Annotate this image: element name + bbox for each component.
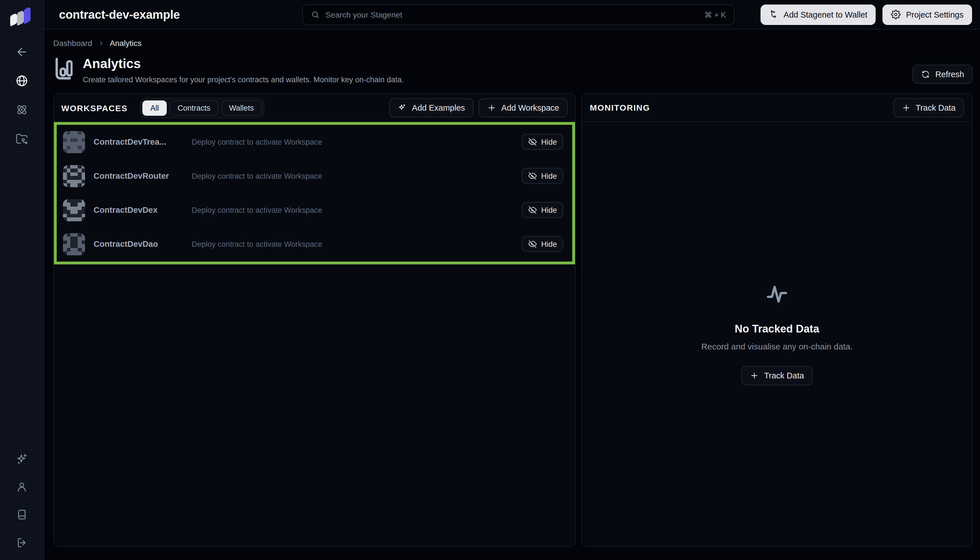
activity-pulse-icon bbox=[764, 283, 790, 308]
eye-off-icon bbox=[528, 205, 537, 215]
monitoring-empty-state: No Tracked Data Record and visualise any… bbox=[582, 122, 972, 547]
workspace-list-highlight: ContractDevTrea... Deploy contract to ac… bbox=[54, 122, 575, 264]
page-header: Analytics Create tailored Workspaces for… bbox=[53, 56, 973, 84]
monitoring-section-title: MONITORING bbox=[590, 103, 650, 112]
topbar-actions: Add Stagenet to Wallet Project Settings bbox=[760, 4, 972, 25]
workspaces-panel: WORKSPACES All Contracts Wallets Add Exa… bbox=[53, 93, 576, 547]
hide-button[interactable]: Hide bbox=[522, 202, 563, 218]
workspaces-panel-header: WORKSPACES All Contracts Wallets Add Exa… bbox=[54, 93, 575, 122]
sidebar-bottom-nav bbox=[12, 449, 32, 552]
breadcrumb: Dashboard Analytics bbox=[53, 38, 973, 48]
panels-row: WORKSPACES All Contracts Wallets Add Exa… bbox=[53, 93, 973, 547]
workspace-name: ContractDevDex bbox=[93, 205, 183, 215]
track-data-button[interactable]: Track Data bbox=[893, 98, 964, 117]
atom-icon[interactable] bbox=[12, 100, 32, 119]
add-workspace-button[interactable]: Add Workspace bbox=[479, 98, 568, 117]
workspace-description: Deploy contract to activate Workspace bbox=[192, 138, 322, 146]
empty-state-description: Record and visualise any on-chain data. bbox=[701, 342, 853, 351]
filter-all[interactable]: All bbox=[142, 100, 167, 115]
plus-icon bbox=[750, 371, 759, 380]
hide-button[interactable]: Hide bbox=[522, 168, 563, 184]
monitoring-panel: MONITORING Track Data No Tracked Dat bbox=[581, 93, 973, 547]
track-data-cta-button[interactable]: Track Data bbox=[742, 366, 813, 385]
page-title: Analytics bbox=[83, 56, 404, 71]
eye-off-icon bbox=[528, 137, 537, 147]
workspace-description: Deploy contract to activate Workspace bbox=[192, 172, 322, 180]
analytics-bar-chart-icon bbox=[53, 56, 73, 84]
git-branch-icon bbox=[769, 10, 779, 19]
project-title: contract-dev-example bbox=[59, 8, 180, 21]
empty-state-title: No Tracked Data bbox=[735, 323, 819, 335]
page-content: Dashboard Analytics Ana bbox=[44, 30, 980, 560]
workspaces-section-title: WORKSPACES bbox=[61, 103, 128, 113]
workspace-name: ContractDevDao bbox=[93, 240, 183, 248]
workspace-identicon bbox=[63, 199, 85, 221]
workspace-row-contractdevdao[interactable]: ContractDevDao Deploy contract to activa… bbox=[57, 227, 572, 261]
workspace-name: ContractDevRouter bbox=[93, 172, 183, 180]
workspace-description: Deploy contract to activate Workspace bbox=[192, 206, 322, 214]
chevron-right-icon bbox=[97, 40, 105, 47]
plus-icon bbox=[487, 103, 496, 112]
monitoring-panel-header: MONITORING Track Data bbox=[582, 93, 972, 122]
workspace-identicon bbox=[63, 233, 85, 255]
gear-icon bbox=[891, 10, 901, 19]
workspace-filter-segmented-control: All Contracts Wallets bbox=[140, 98, 264, 118]
sparkles-icon bbox=[398, 103, 407, 112]
workspace-description: Deploy contract to activate Workspace bbox=[192, 240, 322, 248]
folder-git-icon[interactable] bbox=[12, 129, 32, 148]
workspace-name: ContractDevTrea... bbox=[93, 137, 183, 147]
project-settings-button[interactable]: Project Settings bbox=[883, 4, 972, 25]
filter-wallets[interactable]: Wallets bbox=[221, 100, 262, 115]
search-bar[interactable]: ⌘ + K bbox=[302, 5, 734, 25]
workspace-identicon bbox=[63, 165, 85, 187]
eye-off-icon bbox=[528, 172, 537, 180]
add-examples-button[interactable]: Add Examples bbox=[389, 98, 474, 117]
sidebar-nav bbox=[12, 42, 32, 148]
eye-off-icon bbox=[528, 240, 537, 248]
book-icon[interactable] bbox=[12, 505, 32, 524]
back-arrow-icon[interactable] bbox=[12, 42, 32, 61]
sidebar bbox=[0, 0, 44, 560]
sparkles-icon[interactable] bbox=[12, 449, 32, 468]
hide-button[interactable]: Hide bbox=[522, 236, 563, 252]
hide-button[interactable]: Hide bbox=[522, 134, 563, 150]
main-column: contract-dev-example ⌘ + K Add Stagenet … bbox=[44, 0, 980, 560]
app-logo-icon[interactable] bbox=[9, 7, 35, 30]
globe-icon[interactable] bbox=[12, 71, 32, 90]
search-input[interactable] bbox=[326, 10, 699, 19]
filter-contracts[interactable]: Contracts bbox=[170, 100, 218, 115]
search-icon bbox=[311, 10, 320, 19]
refresh-button[interactable]: Refresh bbox=[912, 65, 973, 84]
user-icon[interactable] bbox=[12, 477, 32, 497]
page-subtitle: Create tailored Workspaces for your proj… bbox=[83, 75, 404, 84]
add-stagenet-to-wallet-button[interactable]: Add Stagenet to Wallet bbox=[760, 4, 876, 25]
plus-icon bbox=[902, 103, 910, 112]
top-bar: contract-dev-example ⌘ + K Add Stagenet … bbox=[44, 0, 980, 30]
search-shortcut: ⌘ + K bbox=[704, 10, 726, 19]
breadcrumb-analytics: Analytics bbox=[110, 38, 141, 48]
workspace-row-contractdevdex[interactable]: ContractDevDex Deploy contract to activa… bbox=[57, 193, 572, 227]
workspace-identicon bbox=[63, 131, 85, 153]
logout-icon[interactable] bbox=[12, 533, 32, 552]
refresh-icon bbox=[921, 70, 930, 79]
app-root: contract-dev-example ⌘ + K Add Stagenet … bbox=[0, 0, 980, 560]
workspace-row-contractdevtrea[interactable]: ContractDevTrea... Deploy contract to ac… bbox=[57, 125, 572, 159]
workspace-row-contractdevrouter[interactable]: ContractDevRouter Deploy contract to act… bbox=[57, 159, 572, 193]
breadcrumb-dashboard[interactable]: Dashboard bbox=[53, 38, 92, 48]
